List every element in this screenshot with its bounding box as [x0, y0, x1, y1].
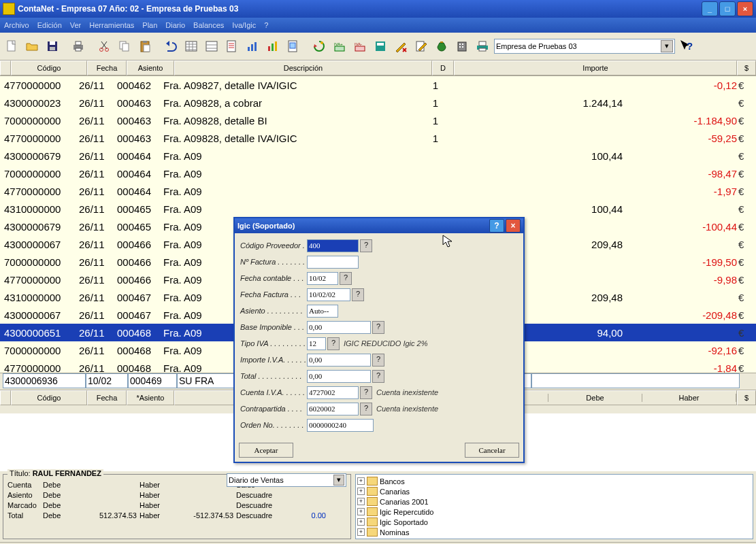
dialog-help-button[interactable]: ? [489, 219, 504, 233]
dropdown-icon[interactable]: ▾ [661, 40, 673, 52]
doc-grid-icon[interactable] [284, 37, 302, 55]
money-bag-icon[interactable] [433, 37, 450, 55]
tree-node[interactable]: +Canarias [357, 486, 751, 496]
chart-blue-icon[interactable] [244, 37, 261, 55]
expand-icon[interactable]: + [357, 518, 365, 526]
menu-iva-igic[interactable]: Iva/Igic [232, 21, 256, 29]
ftr-codigo[interactable]: Código [11, 390, 87, 405]
tree-node[interactable]: +Bancos [357, 476, 751, 486]
entry-fecha[interactable] [86, 373, 128, 388]
help-total[interactable]: ? [372, 370, 384, 383]
fld-cuenta-iva[interactable] [307, 386, 359, 399]
grid2-icon[interactable] [203, 37, 220, 55]
menu-plan[interactable]: Plan [142, 21, 157, 29]
copy-icon[interactable] [116, 37, 133, 55]
entry-importe[interactable] [531, 373, 740, 388]
help-tipo-iva[interactable]: ? [327, 337, 340, 350]
hdr-importe[interactable]: Importe [454, 61, 737, 75]
tree-node[interactable]: +Nominas [357, 527, 751, 537]
edit-icon[interactable] [412, 37, 430, 55]
cut-icon[interactable] [95, 37, 113, 55]
fld-orden-no[interactable] [307, 419, 374, 432]
hdr-fecha[interactable]: Fecha [87, 61, 127, 75]
iva-plus-icon[interactable]: IVA+ [331, 37, 348, 55]
help-importe-iva[interactable]: ? [372, 354, 384, 367]
ftr-currency[interactable]: $ [737, 390, 756, 405]
menu-balances[interactable]: Balances [193, 21, 224, 29]
iva-minus-icon[interactable]: IVA- [351, 37, 369, 55]
fld-importe-iva[interactable] [307, 354, 371, 367]
aceptar-button[interactable]: Aceptar [239, 443, 293, 458]
doc-lines-icon[interactable] [223, 37, 241, 55]
help-cuenta-iva[interactable]: ? [360, 386, 372, 399]
table-row[interactable]: 700000000026/11000463Fra. A09828, detall… [0, 112, 756, 129]
whats-this-icon[interactable]: ? [678, 38, 695, 54]
pencil-x-icon[interactable] [392, 37, 410, 55]
table-row[interactable]: 477000000026/11000464Fra. A09-1,97€ [0, 182, 756, 200]
fld-base-imponible[interactable] [307, 321, 371, 334]
ftr-debe[interactable]: Debe [548, 394, 642, 402]
chart-multi-icon[interactable] [264, 37, 282, 55]
fld-fecha-factura[interactable] [307, 288, 350, 301]
menu-archivo[interactable]: Archivo [4, 21, 29, 29]
company-selector[interactable]: Empresa de Pruebas 03 ▾ [494, 39, 675, 54]
tree-node[interactable]: +Canarias 2001 [357, 496, 751, 507]
expand-icon[interactable]: + [357, 528, 365, 536]
printer2-icon[interactable] [474, 37, 491, 55]
table-row[interactable]: 431000000026/11000465Fra. A09100,44€ [0, 200, 756, 218]
minimize-button[interactable]: _ [702, 1, 718, 16]
table-row[interactable]: 477000000026/11000463Fra. A09828, detall… [0, 129, 756, 147]
building-icon[interactable] [453, 37, 471, 55]
recycle-icon[interactable] [310, 37, 328, 55]
table-row[interactable]: 477000000026/11000462Fra. A09827, detall… [0, 76, 756, 94]
hdr-descripcion[interactable]: Descripción [174, 61, 432, 75]
fld-total[interactable] [307, 370, 371, 383]
dialog-close-button[interactable]: × [506, 219, 521, 233]
undo-icon[interactable] [162, 37, 180, 55]
save-icon[interactable] [44, 37, 61, 55]
expand-icon[interactable]: + [357, 508, 365, 515]
hdr-codigo[interactable]: Código [11, 61, 87, 75]
fld-fecha-contable[interactable] [307, 272, 338, 285]
paste-icon[interactable] [136, 37, 154, 55]
fld-codigo-proveedor[interactable] [307, 239, 359, 252]
ftr-haber[interactable]: Haber [642, 394, 736, 402]
menu-herramientas[interactable]: Herramientas [89, 21, 134, 29]
maximize-button[interactable]: □ [719, 1, 736, 16]
hdr-asiento[interactable]: Asiento [127, 61, 174, 75]
tree-node[interactable]: +Igic Repercutido [357, 507, 751, 517]
fld-tipo-iva[interactable] [307, 337, 326, 350]
menu-ver[interactable]: Ver [70, 21, 82, 29]
diary-selector[interactable]: Diario de Ventas▾ [227, 473, 346, 487]
dropdown-icon[interactable]: ▾ [333, 475, 344, 486]
entry-codigo[interactable] [3, 373, 86, 388]
fld-n-factura[interactable] [307, 256, 359, 269]
hdr-currency[interactable]: $ [737, 61, 756, 75]
fld-asiento[interactable] [307, 305, 338, 318]
entry-asiento[interactable] [128, 373, 177, 388]
menu-edicion[interactable]: Edición [37, 21, 62, 29]
help-base-imponible[interactable]: ? [372, 321, 384, 334]
help-codigo-proveedor[interactable]: ? [360, 239, 372, 252]
help-fecha-contable[interactable]: ? [340, 272, 352, 285]
help-fecha-factura[interactable]: ? [352, 288, 364, 301]
hdr-d[interactable]: D [432, 61, 454, 75]
tree-node[interactable]: +Igic Soportado [357, 517, 751, 527]
teal-doc-icon[interactable] [372, 37, 389, 55]
close-button[interactable]: × [737, 1, 753, 16]
cancelar-button[interactable]: Cancelar [465, 443, 519, 458]
menu-help[interactable]: ? [264, 21, 268, 29]
ftr-asiento[interactable]: *Asiento [127, 390, 174, 405]
help-contrapartida[interactable]: ? [360, 403, 372, 415]
table-row[interactable]: 430000067926/11000464Fra. A09100,44€ [0, 147, 756, 165]
table-row[interactable]: 700000000026/11000464Fra. A09-98,47€ [0, 165, 756, 182]
grid1-icon[interactable] [182, 37, 200, 55]
ftr-fecha[interactable]: Fecha [87, 390, 127, 405]
table-row[interactable]: 430000002326/11000463Fra. A09828, a cobr… [0, 94, 756, 112]
expand-icon[interactable]: + [357, 488, 365, 495]
open-icon[interactable] [23, 37, 41, 55]
menu-diario[interactable]: Diario [165, 21, 185, 29]
expand-icon[interactable]: + [357, 477, 365, 485]
new-icon[interactable] [3, 37, 20, 55]
folder-tree[interactable]: +Bancos+Canarias+Canarias 2001+Igic Repe… [355, 474, 753, 539]
